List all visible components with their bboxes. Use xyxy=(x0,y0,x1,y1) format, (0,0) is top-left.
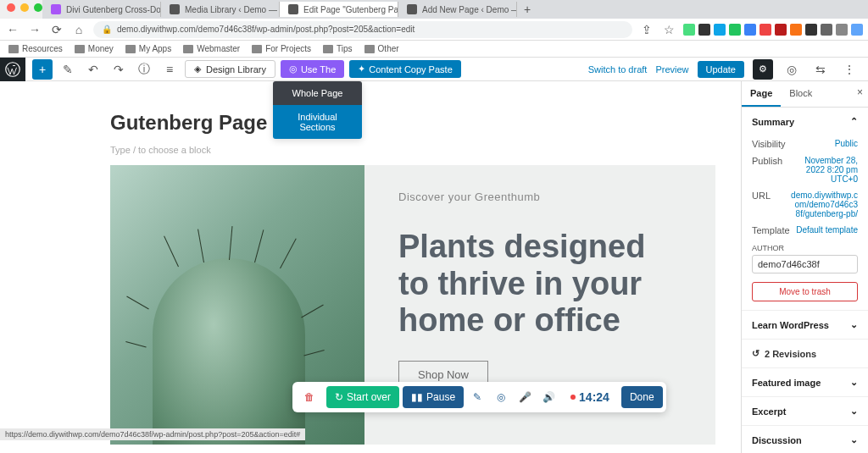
ext-icon[interactable] xyxy=(729,24,741,36)
browser-tab[interactable]: Add New Page ‹ Demo — Wo…× xyxy=(398,2,517,17)
new-tab-button[interactable]: + xyxy=(517,3,537,16)
chevron-down-icon: ⌄ xyxy=(850,406,858,417)
extension-icons xyxy=(683,24,863,36)
panel-featured-image[interactable]: Featured image⌄ xyxy=(742,368,868,396)
switch-to-draft-button[interactable]: Switch to draft xyxy=(588,64,648,75)
visibility-value[interactable]: Public xyxy=(835,139,858,149)
redo-button[interactable]: ↷ xyxy=(108,59,129,80)
ext-icon[interactable] xyxy=(836,24,848,36)
close-sidebar-icon[interactable]: × xyxy=(857,86,863,98)
wordpress-logo-icon[interactable] xyxy=(0,58,25,81)
browser-tab[interactable]: Edit Page "Gutenberg Page B…× xyxy=(280,2,398,17)
start-over-button[interactable]: ↻Start over xyxy=(326,386,399,408)
use-the-button[interactable]: ◎ Use The xyxy=(281,60,344,78)
ext-icon[interactable] xyxy=(805,24,817,36)
recording-time: 14:24 xyxy=(562,385,618,409)
block-placeholder[interactable]: Type / to choose a block xyxy=(110,145,715,155)
chevron-down-icon: ⌄ xyxy=(850,434,858,445)
edit-icon[interactable]: ✎ xyxy=(58,59,78,80)
template-value[interactable]: Default template xyxy=(796,225,858,235)
back-button[interactable]: ← xyxy=(5,22,20,37)
browser-tab[interactable]: Divi Gutenberg Cross-Domain× xyxy=(42,2,161,17)
author-label: AUTHOR xyxy=(752,244,858,252)
browser-tab[interactable]: Media Library ‹ Demo — Wor…× xyxy=(161,2,280,17)
design-library-button[interactable]: ◈ Design Library xyxy=(185,60,275,78)
audio-icon[interactable]: 🔊 xyxy=(538,386,559,408)
svg-point-0 xyxy=(6,62,20,76)
visibility-label: Visibility xyxy=(752,139,786,149)
dropdown-item-whole-page[interactable]: Whole Page xyxy=(273,81,362,105)
settings-sidebar: Page Block × Summary⌃ VisibilityPublic P… xyxy=(741,81,868,453)
undo-button[interactable]: ↶ xyxy=(83,59,103,80)
close-window-icon[interactable] xyxy=(7,3,15,12)
reload-button[interactable]: ⟳ xyxy=(49,22,64,37)
done-button[interactable]: Done xyxy=(621,386,663,408)
page-title[interactable]: Gutenberg Page Builder xyxy=(110,111,715,135)
preview-button[interactable]: Preview xyxy=(655,64,688,75)
tab-block[interactable]: Block xyxy=(781,81,821,107)
forward-button[interactable]: → xyxy=(27,22,42,37)
more-icon[interactable]: ⋮ xyxy=(839,59,860,80)
add-block-button[interactable]: + xyxy=(32,59,53,80)
tab-page[interactable]: Page xyxy=(742,81,781,107)
star-icon[interactable]: ☆ xyxy=(661,22,676,37)
move-to-trash-button[interactable]: Move to trash xyxy=(752,282,858,301)
divi-icon: ◈ xyxy=(194,64,201,75)
bookmark-folder[interactable]: Resources xyxy=(8,44,63,53)
ext-icon[interactable] xyxy=(775,24,787,36)
panel-learn-wordpress[interactable]: Learn WordPress⌄ xyxy=(742,311,868,339)
chevron-down-icon: ⌄ xyxy=(850,377,858,388)
ext-icon[interactable] xyxy=(698,24,710,36)
revisions-row[interactable]: ↺2 Revisions xyxy=(742,340,868,367)
ext-icon[interactable] xyxy=(683,24,695,36)
camera-icon[interactable]: ◎ xyxy=(491,386,511,408)
draw-icon[interactable]: ✎ xyxy=(467,386,487,408)
bookmark-folder[interactable]: Money xyxy=(75,44,114,53)
settings-icon[interactable]: ⚙ xyxy=(753,59,773,80)
mic-icon[interactable]: 🎤 xyxy=(515,386,535,408)
screen-recorder-toolbar[interactable]: 🗑 ↻Start over ▮▮Pause ✎ ◎ 🎤 🔊 14:24 Done xyxy=(292,382,666,412)
paste-icon: ✦ xyxy=(358,64,365,75)
bookmark-folder[interactable]: Tips xyxy=(323,44,353,53)
ext-icon[interactable] xyxy=(714,24,726,36)
ext-icon[interactable] xyxy=(790,24,802,36)
url-value[interactable]: demo.diywithwp.com/demo7d46c38f/gutenber… xyxy=(790,191,858,218)
minimize-window-icon[interactable] xyxy=(20,3,29,12)
extra-icon[interactable]: ⇆ xyxy=(810,59,831,80)
bookmark-folder[interactable]: Webmaster xyxy=(183,44,240,53)
ext-icon[interactable] xyxy=(851,24,863,36)
outline-icon[interactable]: ≡ xyxy=(159,59,180,80)
panel-summary[interactable]: Summary⌃ xyxy=(742,108,868,135)
publish-value[interactable]: November 28, 2022 8:20 pm UTC+0 xyxy=(790,156,858,184)
browser-toolbar: ← → ⟳ ⌂ 🔒 demo.diywithwp.com/demo7d46c38… xyxy=(0,19,868,41)
bookmarks-bar: Resources Money My Apps Webmaster For Pr… xyxy=(0,41,868,58)
status-bar: https://demo.diywithwp.com/demo7d46c38f/… xyxy=(0,428,305,440)
panel-discussion[interactable]: Discussion⌄ xyxy=(742,426,868,453)
home-button[interactable]: ⌂ xyxy=(71,22,86,37)
ext-icon[interactable] xyxy=(821,24,832,36)
share-icon[interactable]: ⇪ xyxy=(639,22,654,37)
update-button[interactable]: Update xyxy=(698,61,744,78)
browser-tab-strip: Divi Gutenberg Cross-Domain× Media Libra… xyxy=(42,0,868,19)
maximize-window-icon[interactable] xyxy=(34,3,42,12)
author-select[interactable]: demo7d46c38f xyxy=(752,255,858,273)
publish-label: Publish xyxy=(752,156,782,184)
ext-icon[interactable] xyxy=(744,24,756,36)
dropdown-item-individual-sections[interactable]: Individual Sections xyxy=(273,105,362,139)
hero-heading: Plants designed to thrive in your home o… xyxy=(398,229,682,340)
delete-recording-button[interactable]: 🗑 xyxy=(296,386,323,408)
chevron-up-icon: ⌃ xyxy=(850,116,858,127)
bookmark-folder[interactable]: My Apps xyxy=(125,44,171,53)
divi-icon[interactable]: ◎ xyxy=(782,59,802,80)
content-copy-paste-button[interactable]: ✦ Content Copy Paste xyxy=(349,60,460,78)
restart-icon: ↻ xyxy=(335,391,343,403)
chevron-down-icon: ⌄ xyxy=(850,319,858,330)
info-icon[interactable]: ⓘ xyxy=(134,59,154,80)
bookmark-folder[interactable]: For Projects xyxy=(252,44,311,53)
editor-top-bar: + ✎ ↶ ↷ ⓘ ≡ ◈ Design Library ◎ Use The ✦… xyxy=(0,58,868,81)
bookmark-folder[interactable]: Other xyxy=(364,44,399,53)
address-bar[interactable]: 🔒 demo.diywithwp.com/demo7d46c38f/wp-adm… xyxy=(93,21,632,38)
panel-excerpt[interactable]: Excerpt⌄ xyxy=(742,397,868,425)
ext-icon[interactable] xyxy=(760,24,771,36)
pause-button[interactable]: ▮▮Pause xyxy=(403,386,464,408)
